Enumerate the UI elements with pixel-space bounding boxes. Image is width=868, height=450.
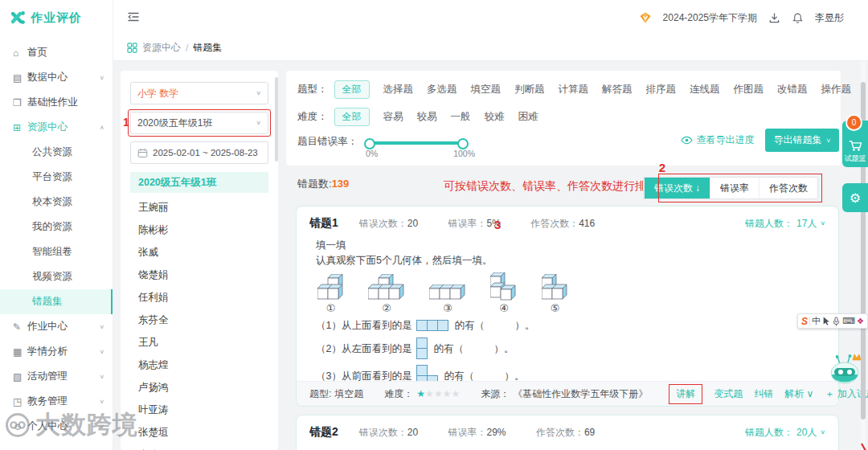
student-item[interactable]: 饶楚娟 <box>130 264 268 286</box>
ime-toolbar[interactable]: S 中 ⌨ ❖ <box>797 313 868 329</box>
subject-select-value: 小学 数学 <box>137 87 178 100</box>
breadcrumb-section[interactable]: 资源中心 <box>142 41 181 55</box>
student-item[interactable]: 王凡 <box>130 331 268 354</box>
sidebar-item[interactable]: ❐ 基础性作业 <box>0 90 113 115</box>
question-action-link[interactable]: 解析 ∨ <box>784 387 813 401</box>
cursor-icon[interactable] <box>822 317 830 325</box>
sidebar-item[interactable]: 智能组卷 <box>0 239 113 264</box>
question-action-link[interactable]: 变式题 <box>714 387 743 401</box>
sidebar-item-label: 数据中心 <box>27 71 99 84</box>
bell-icon[interactable] <box>792 12 804 24</box>
download-icon[interactable] <box>768 12 780 24</box>
sidebar-item-label: 首页 <box>27 46 104 59</box>
question-basket-widget[interactable]: 0 试题篮 <box>842 121 868 167</box>
type-pill[interactable]: 操作题 <box>821 83 852 96</box>
student-item[interactable]: 杨志煌 <box>130 354 268 376</box>
sidebar-item-label: 我的资源 <box>32 220 104 234</box>
wrong-people-toggle[interactable]: 错题人数：17人 ∨ <box>745 217 825 231</box>
student-item[interactable]: 陈彬彬 <box>130 219 268 241</box>
assistant-robot[interactable] <box>828 350 863 388</box>
slider-handle-max[interactable] <box>457 138 469 149</box>
difficulty-pill[interactable]: 一般 <box>451 110 471 124</box>
annotation-step-1: 1 <box>123 116 129 129</box>
sub-question-1: （1）从上面看到的是 的有（ ）。 <box>316 319 825 333</box>
answer-shape-col2 <box>416 338 428 360</box>
keyboard-icon[interactable]: ⌨ <box>842 316 855 326</box>
type-pill[interactable]: 全部 <box>334 80 370 99</box>
difficulty-pill[interactable]: 全部 <box>334 108 370 126</box>
student-item[interactable]: 王婉丽 <box>130 196 268 219</box>
wrong-people-toggle[interactable]: 错题人数：20人 ∨ <box>745 426 825 440</box>
student-item[interactable]: 任利娟 <box>130 286 268 309</box>
sidebar-item[interactable]: ⌂ 首页 <box>0 40 113 65</box>
student-item[interactable]: 东芬全 <box>130 309 268 331</box>
sidebar-item[interactable]: 平台资源 <box>0 165 113 190</box>
student-list-scrollbar[interactable] <box>275 77 278 162</box>
difficulty-pill[interactable]: 容易 <box>383 110 403 124</box>
student-item[interactable]: 张武员 <box>130 444 268 450</box>
sogou-s-icon[interactable]: S <box>801 316 808 327</box>
vip-gem-icon[interactable] <box>639 11 652 24</box>
view-export-progress-link[interactable]: 查看导出进度 <box>681 133 754 147</box>
student-item[interactable]: 卢扬鸿 <box>130 376 268 399</box>
type-pill[interactable]: 解答题 <box>602 83 633 96</box>
type-pill[interactable]: 判断题 <box>514 83 545 96</box>
sidebar-item[interactable]: ◳ 教务管理 ∨ <box>0 389 113 414</box>
question-action-link[interactable]: 讲解 <box>669 384 702 404</box>
class-select[interactable]: 2020级五年级1班 ∨ <box>130 112 268 134</box>
type-pill[interactable]: 改错题 <box>777 83 808 96</box>
student-item[interactable]: 张威 <box>130 241 268 264</box>
homework-center-icon: ✎ <box>13 321 27 333</box>
type-pill[interactable]: 计算题 <box>559 83 589 96</box>
difficulty-pill[interactable]: 较易 <box>417 110 437 124</box>
stat-item: 作答次数：416 <box>530 218 595 229</box>
sidebar-item[interactable]: ☺ 个人中心 ∨ <box>0 414 113 439</box>
export-wrong-questions-button[interactable]: 导出错题集 ∨ <box>765 129 839 152</box>
sidebar-item-label: 基础性作业 <box>27 96 104 109</box>
error-rate-slider[interactable]: 0% 100% <box>369 141 464 145</box>
sort-button-group: 错误次数 ↓ 错误率 作答次数 <box>643 177 818 199</box>
date-range-picker[interactable]: 2025-02-01 ~ 2025-08-23 <box>130 141 268 164</box>
sidebar-item[interactable]: 我的资源 <box>0 215 113 239</box>
type-pill[interactable]: 多选题 <box>427 83 457 96</box>
sidebar-item[interactable]: 视频资源 <box>0 264 113 289</box>
analysis-icon: ▦ <box>13 346 27 358</box>
sidebar-item[interactable]: ✎ 作业中心 ∨ <box>0 314 113 339</box>
sort-button[interactable]: 错误次数 ↓ <box>644 178 710 198</box>
chevron-icon: ∨ <box>99 423 104 430</box>
current-user[interactable]: 李昱彤 <box>815 11 844 25</box>
student-item[interactable]: 叶亚涛 <box>130 399 268 421</box>
student-item[interactable]: 张楚垣 <box>130 421 268 444</box>
sort-button[interactable]: 作答次数 <box>759 178 817 198</box>
mic-icon[interactable] <box>832 317 841 326</box>
collapse-menu-icon[interactable] <box>127 10 140 26</box>
sort-button[interactable]: 错误率 <box>710 178 759 198</box>
skin-icon[interactable]: ❖ <box>857 317 864 325</box>
difficulty-pill[interactable]: 较难 <box>485 110 505 124</box>
sidebar-item[interactable]: ⊞ 资源中心 ∧ <box>0 115 113 140</box>
difficulty-pill[interactable]: 困难 <box>518 110 538 124</box>
type-pill[interactable]: 连线题 <box>690 83 720 96</box>
sidebar-item[interactable]: 错题集 <box>0 289 113 314</box>
sidebar-item[interactable]: ▧ 活动管理 ∨ <box>0 364 113 389</box>
error-rate-label: 题目错误率： <box>297 135 358 149</box>
type-pill[interactable]: 作图题 <box>734 83 764 96</box>
difficulty-stars: ★★★★★ <box>416 388 460 399</box>
summary-row: 错题数:139 可按错误次数、错误率、作答次数进行排序 2 错误次数 ↓ 错误率… <box>297 177 841 199</box>
school-term[interactable]: 2024-2025学年下学期 <box>663 11 757 25</box>
geometry-figures: ① ② ③ ④ ⑤ <box>317 272 825 314</box>
type-pill[interactable]: 填空题 <box>471 83 502 96</box>
type-pill[interactable]: 选择题 <box>383 83 414 96</box>
question-action-link[interactable]: 纠错 <box>754 387 773 401</box>
sidebar-item[interactable]: ▤ 数据中心 ∨ <box>0 65 113 90</box>
settings-widget[interactable]: ⚙ <box>842 183 868 212</box>
sidebar-item[interactable]: ▦ 学情分析 ∨ <box>0 339 113 364</box>
app-logo[interactable]: 作业评价 <box>0 0 113 35</box>
zh-mode-icon[interactable]: 中 <box>812 315 821 327</box>
sidebar-item[interactable]: 校本资源 <box>0 190 113 215</box>
sidebar-item[interactable]: 公共资源 <box>0 140 113 165</box>
slider-handle-min[interactable] <box>364 138 375 149</box>
type-pill[interactable]: 排序题 <box>646 83 677 96</box>
data-center-icon: ▤ <box>13 72 27 84</box>
subject-select[interactable]: 小学 数学 ∨ <box>130 82 268 104</box>
